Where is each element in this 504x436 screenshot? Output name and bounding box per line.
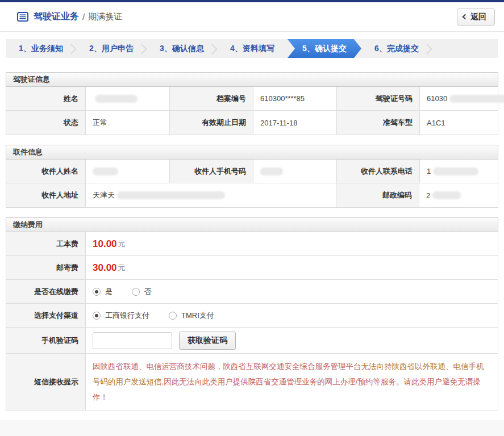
sms-notice-label: 短信接收提示 — [6, 354, 86, 410]
step-1-business-notice[interactable]: 1、业务须知 — [6, 39, 76, 58]
redacted-address — [117, 191, 225, 199]
recipient-address-label: 收件人地址 — [6, 183, 86, 207]
table-row: 工本费 10.00 元 — [6, 232, 498, 256]
license-no-label: 驾驶证号码 — [337, 87, 420, 110]
footer-actions: 上一步 完成 — [0, 420, 504, 436]
radio-checked-icon[interactable] — [93, 312, 101, 320]
table-row: 手机验证码 获取验证码 — [6, 328, 498, 354]
header: 驾驶证业务 / 期满换证 返回 — [0, 2, 504, 32]
pickup-info-title: 取件信息 — [6, 145, 498, 160]
table-row: 状态 正常 有效期止日期 2017-11-18 准驾车型 A1C1 — [6, 111, 498, 135]
sms-notice-text: 因陕西省联通、电信运营商技术问题，陕西省互联网交通安全综合服务管理平台无法向持陕… — [86, 354, 498, 410]
license-info-section: 驾驶证信息 姓名 档案编号 610300****85 驾驶证号码 61030 状… — [6, 72, 498, 135]
recipient-name-label: 收件人姓名 — [6, 160, 86, 183]
step-3-confirm-info[interactable]: 3、确认信息 — [147, 39, 217, 58]
step-5-confirm-submit[interactable]: 5、确认提交 — [288, 39, 361, 58]
step-6-complete-submit[interactable]: 6、完成提交 — [361, 39, 432, 58]
back-button-label: 返回 — [470, 12, 486, 22]
recipient-phone-value: 1 — [420, 160, 498, 183]
chevron-left-icon — [463, 14, 468, 20]
file-no-value: 610300****85 — [253, 87, 337, 110]
license-menu-icon — [17, 12, 28, 22]
table-row: 收件人姓名 收件人手机号码 收件人联系电话 1 — [6, 160, 498, 183]
postcode-value: 2 — [419, 183, 498, 207]
step-2-user-declaration[interactable]: 2、用户申告 — [76, 39, 147, 58]
online-pay-yes-option[interactable]: 是 — [93, 287, 113, 297]
notice-text-red: 因陕西省联通、电信运营商技术问题，陕西省互联网交通安全综合服务管理平台 — [93, 362, 361, 371]
radio-unchecked-icon[interactable] — [132, 288, 140, 296]
pay-channel-options: 工商银行支付 TMRI支付 — [86, 304, 498, 327]
get-code-button[interactable]: 获取验证码 — [179, 332, 236, 350]
redacted-license-no — [449, 95, 504, 103]
recipient-mobile-value — [253, 160, 337, 183]
vehicle-type-label: 准驾车型 — [337, 111, 420, 135]
channel-icbc-option[interactable]: 工商银行支付 — [93, 311, 149, 321]
currency-unit: 元 — [118, 239, 126, 249]
table-row: 姓名 档案编号 610300****85 驾驶证号码 61030 — [6, 87, 498, 111]
step-bar-filler — [432, 39, 498, 58]
redacted-phone — [433, 167, 478, 175]
mailing-fee-label: 邮寄费 — [6, 256, 86, 279]
production-fee-amount: 10.00 — [93, 238, 117, 250]
sms-code-input[interactable] — [93, 332, 172, 349]
postcode-label: 邮政编码 — [336, 183, 419, 207]
table-row: 短信接收提示 因陕西省联通、电信运营商技术问题，陕西省互联网交通安全综合服务管理… — [6, 354, 498, 410]
online-pay-options: 是 否 — [86, 280, 498, 303]
license-info-table: 姓名 档案编号 610300****85 驾驶证号码 61030 状态 正常 有… — [6, 87, 498, 135]
pickup-info-table: 收件人姓名 收件人手机号码 收件人联系电话 1 收件人地址 天津天 邮政编码 — [6, 160, 498, 208]
vehicle-type-value: A1C1 — [420, 111, 498, 135]
status-value: 正常 — [86, 111, 170, 135]
payment-section: 缴纳费用 工本费 10.00 元 邮寄费 30.00 元 是否在线缴费 — [6, 217, 498, 410]
table-row: 选择支付渠道 工商银行支付 TMRI支付 — [6, 304, 498, 328]
channel-tmri-option[interactable]: TMRI支付 — [169, 311, 214, 321]
online-pay-no-option[interactable]: 否 — [132, 287, 152, 297]
production-fee-value: 10.00 元 — [86, 232, 498, 255]
pay-channel-label: 选择支付渠道 — [6, 304, 86, 327]
name-value — [86, 87, 170, 110]
step-wizard: 1、业务须知 2、用户申告 3、确认信息 4、资料填写 5、确认提交 6、完成提… — [6, 39, 498, 58]
sms-code-label: 手机验证码 — [6, 328, 86, 353]
step-4-fill-data[interactable]: 4、资料填写 — [217, 39, 288, 58]
expiry-value: 2017-11-18 — [253, 111, 337, 135]
pickup-info-section: 取件信息 收件人姓名 收件人手机号码 收件人联系电话 1 收件人地址 天津天 — [6, 145, 498, 208]
expiry-label: 有效期止日期 — [170, 111, 253, 135]
breadcrumb-current: 期满换证 — [88, 11, 122, 22]
payment-title: 缴纳费用 — [6, 217, 498, 232]
payment-table: 工本费 10.00 元 邮寄费 30.00 元 是否在线缴费 是 — [6, 232, 498, 410]
recipient-name-value — [86, 160, 170, 183]
breadcrumb-separator: / — [82, 12, 85, 22]
online-pay-label: 是否在线缴费 — [6, 280, 86, 303]
back-button[interactable]: 返回 — [457, 9, 495, 26]
table-row: 收件人地址 天津天 邮政编码 2 — [6, 183, 498, 207]
table-row: 邮寄费 30.00 元 — [6, 256, 498, 280]
mailing-fee-value: 30.00 元 — [86, 256, 498, 279]
redacted-name — [95, 95, 138, 103]
recipient-mobile-label: 收件人手机号码 — [170, 160, 253, 183]
license-info-title: 驾驶证信息 — [6, 72, 498, 87]
redacted-mobile — [260, 167, 283, 175]
table-row: 是否在线缴费 是 否 — [6, 280, 498, 304]
name-label: 姓名 — [6, 87, 86, 110]
page-title: 驾驶证业务 — [34, 11, 79, 23]
license-no-value: 61030 — [420, 87, 504, 110]
radio-unchecked-icon[interactable] — [169, 312, 177, 320]
mailing-fee-amount: 30.00 — [93, 262, 117, 274]
radio-checked-icon[interactable] — [93, 288, 101, 296]
redacted-postcode — [432, 191, 461, 199]
page: 驾驶证业务 / 期满换证 返回 1、业务须知 2、用户申告 3、确认信息 4、资… — [0, 0, 504, 436]
recipient-phone-label: 收件人联系电话 — [337, 160, 420, 183]
redacted-recipient-name — [93, 167, 118, 175]
recipient-address-value: 天津天 — [86, 183, 336, 207]
currency-unit: 元 — [118, 263, 126, 273]
sms-code-row: 获取验证码 — [86, 328, 498, 353]
status-label: 状态 — [6, 111, 86, 135]
file-no-label: 档案编号 — [170, 87, 253, 110]
production-fee-label: 工本费 — [6, 232, 86, 255]
